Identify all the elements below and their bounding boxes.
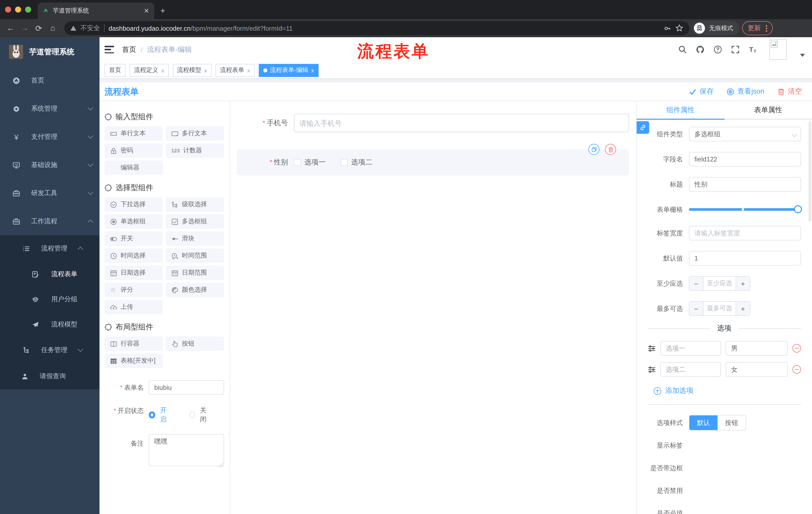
sidebar-item-system[interactable]: 系统管理 bbox=[0, 94, 99, 123]
form-grid-slider[interactable] bbox=[689, 202, 801, 217]
new-tab-button[interactable]: + bbox=[160, 6, 165, 16]
window-controls[interactable] bbox=[5, 6, 31, 12]
component-slider[interactable]: 滑块 bbox=[166, 231, 224, 246]
delete-component-button[interactable] bbox=[605, 144, 616, 155]
sidebar-collapse-icon[interactable] bbox=[105, 46, 114, 53]
form-remark-textarea[interactable]: 嘿嘿 bbox=[149, 434, 224, 466]
search-icon[interactable] bbox=[678, 45, 687, 54]
address-bar[interactable]: 不安全 dashboard.yudao.iocoder.cn/bpm/manag… bbox=[64, 21, 689, 35]
tag-process-definition[interactable]: 流程定义x bbox=[129, 64, 169, 77]
radio-off[interactable] bbox=[189, 411, 195, 418]
link-tab-button[interactable] bbox=[637, 121, 649, 134]
component-row-container[interactable]: 行容器 bbox=[105, 336, 163, 351]
reload-icon[interactable]: ⟳ bbox=[33, 23, 44, 33]
component-upload[interactable]: 上传 bbox=[105, 300, 163, 314]
title-input[interactable] bbox=[689, 177, 801, 192]
sidebar-item-process-form[interactable]: 流程表单 bbox=[0, 262, 99, 287]
decrease-button[interactable]: − bbox=[689, 277, 703, 290]
component-date-picker[interactable]: 日期选择 bbox=[105, 266, 163, 280]
component-rate[interactable]: ☆ 评分 bbox=[105, 283, 163, 297]
tag-close-icon[interactable]: x bbox=[311, 67, 314, 73]
update-browser-button[interactable]: 更新 bbox=[742, 21, 773, 35]
component-type-select[interactable] bbox=[689, 127, 801, 141]
maximize-window-button[interactable] bbox=[25, 6, 31, 12]
font-size-icon[interactable]: TT bbox=[749, 45, 757, 54]
checkbox-option1[interactable] bbox=[294, 159, 301, 166]
browser-tab[interactable]: 芋道管理系统 ✕ bbox=[38, 2, 154, 19]
save-button[interactable]: 保存 bbox=[689, 87, 714, 96]
avatar-caret-icon[interactable] bbox=[800, 54, 805, 57]
checkbox-option1-label[interactable]: 选项一 bbox=[304, 158, 326, 167]
breadcrumb-home[interactable]: 首页 bbox=[122, 45, 136, 54]
component-button[interactable]: 按钮 bbox=[166, 336, 224, 351]
component-color-picker[interactable]: 颜色选择 bbox=[166, 283, 224, 297]
decrease-button[interactable]: − bbox=[689, 302, 703, 315]
close-window-button[interactable] bbox=[5, 6, 11, 12]
drag-handle-icon[interactable] bbox=[648, 345, 656, 352]
checkbox-option2[interactable] bbox=[341, 159, 348, 166]
sidebar-item-process-manage[interactable]: 流程管理 bbox=[0, 235, 99, 262]
component-password[interactable]: 密码 bbox=[105, 143, 163, 158]
gender-field-selected[interactable]: 性别 选项一 选项二 bbox=[237, 150, 629, 175]
option2-value-input[interactable] bbox=[726, 362, 788, 377]
forward-icon[interactable]: → bbox=[19, 24, 30, 33]
sidebar-item-user-group[interactable]: 用户分组 bbox=[0, 287, 99, 312]
slider-track[interactable] bbox=[689, 208, 801, 211]
component-time-range[interactable]: 时间范围 bbox=[166, 248, 224, 263]
bookmark-star-icon[interactable] bbox=[675, 24, 684, 32]
form-canvas[interactable]: 手机号 性别 bbox=[230, 101, 636, 514]
component-counter[interactable]: 123 计数器 bbox=[166, 143, 224, 158]
component-select[interactable]: 下拉选择 bbox=[105, 197, 163, 212]
sidebar-item-payment[interactable]: ¥ 支付管理 bbox=[0, 123, 99, 151]
url-text[interactable]: dashboard.yudao.iocoder.cn/bpm/manager/f… bbox=[109, 24, 293, 32]
sidebar-item-devtools[interactable]: 研发工具 bbox=[0, 179, 99, 207]
home-icon[interactable]: ⌂ bbox=[47, 24, 58, 33]
min-select-placeholder[interactable]: 至少应选 bbox=[703, 277, 736, 290]
scrollbar[interactable] bbox=[809, 121, 812, 222]
tag-close-icon[interactable]: x bbox=[204, 67, 207, 73]
increase-button[interactable]: + bbox=[736, 277, 750, 290]
tab-close-icon[interactable]: ✕ bbox=[144, 7, 149, 15]
option1-value-input[interactable] bbox=[726, 341, 788, 356]
component-switch[interactable]: 开关 bbox=[105, 231, 163, 246]
style-button-button[interactable]: 按钮 bbox=[718, 415, 746, 430]
checkbox-option2-label[interactable]: 选项二 bbox=[351, 158, 372, 167]
sidebar-item-leave-query[interactable]: 请假查询 bbox=[0, 363, 99, 389]
remove-option1-button[interactable] bbox=[792, 344, 801, 353]
minimize-window-button[interactable] bbox=[15, 6, 21, 12]
remove-option2-button[interactable] bbox=[792, 365, 801, 374]
component-radio-group[interactable]: 单选框组 bbox=[105, 214, 163, 229]
tag-close-icon[interactable]: x bbox=[247, 67, 250, 73]
resize-grip[interactable] bbox=[219, 463, 223, 467]
help-icon[interactable] bbox=[714, 45, 722, 54]
tag-close-icon[interactable]: x bbox=[161, 67, 164, 73]
sidebar-item-process-model[interactable]: 流程模型 bbox=[0, 312, 99, 337]
sidebar-item-task-manage[interactable]: 任务管理 bbox=[0, 337, 99, 363]
copy-component-button[interactable] bbox=[588, 144, 600, 155]
tag-process-form-edit[interactable]: 流程表单-编辑x bbox=[259, 64, 319, 77]
not-secure-label[interactable]: 不安全 bbox=[80, 24, 100, 33]
option2-name-input[interactable] bbox=[660, 362, 721, 377]
option1-name-input[interactable] bbox=[660, 341, 721, 356]
component-checkbox-group[interactable]: 多选框组 bbox=[166, 214, 224, 229]
tag-home[interactable]: 首页 bbox=[105, 64, 126, 77]
key-icon[interactable] bbox=[664, 24, 671, 32]
max-select-placeholder[interactable]: 最多可选 bbox=[703, 302, 736, 315]
label-width-input[interactable] bbox=[689, 226, 801, 240]
drag-handle-icon[interactable] bbox=[648, 366, 656, 373]
default-value-input[interactable] bbox=[689, 251, 801, 266]
component-table-dev[interactable]: 表格[开发中] bbox=[105, 354, 163, 368]
phone-field-row[interactable]: 手机号 bbox=[237, 114, 629, 132]
tag-process-model[interactable]: 流程模型x bbox=[173, 64, 211, 77]
sidebar-item-workflow[interactable]: 工作流程 bbox=[0, 207, 99, 235]
form-name-input[interactable] bbox=[149, 380, 224, 395]
tag-process-form[interactable]: 流程表单x bbox=[215, 64, 255, 77]
phone-field-input[interactable] bbox=[294, 114, 629, 132]
slider-thumb[interactable] bbox=[794, 205, 802, 213]
sidebar-item-infra[interactable]: 基础设施 bbox=[0, 151, 99, 179]
github-icon[interactable] bbox=[696, 45, 704, 54]
clear-button[interactable]: 清空 bbox=[777, 87, 802, 96]
radio-on[interactable] bbox=[149, 411, 155, 418]
component-single-text[interactable]: 单行文本 bbox=[105, 126, 163, 141]
add-option-button[interactable]: 添加选项 bbox=[654, 386, 801, 395]
